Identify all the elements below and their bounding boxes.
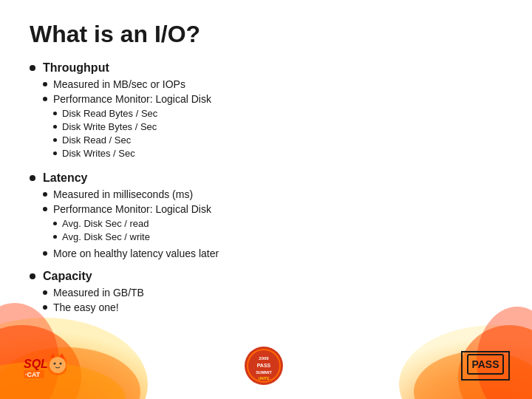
- section-capacity: Capacity Measured in GB/TB The easy one!: [30, 270, 502, 316]
- sub-dot: [43, 192, 47, 197]
- latency-sub-item-1: Performance Monitor: Logical Disk Avg. D…: [43, 203, 502, 245]
- throughput-sub-list: Measured in MB/sec or IOPs Performance M…: [43, 78, 502, 161]
- latency-content: Latency Measured in milliseconds (ms) Pe…: [43, 171, 502, 262]
- svg-text:SUMMIT: SUMMIT: [256, 370, 272, 375]
- bullet-dot-latency: [30, 175, 35, 181]
- latency-sub-text-1: Performance Monitor: Logical Disk: [53, 203, 211, 215]
- svg-text:UNITE: UNITE: [259, 376, 270, 381]
- sqlcat-logo-svg: SQL ·CAT: [22, 352, 66, 380]
- throughput-child-3: Disk Writes / Sec: [53, 148, 211, 159]
- sqlcat-logo: SQL ·CAT: [22, 352, 66, 380]
- sub-dot: [43, 305, 47, 310]
- throughput-child-1: Disk Write Bytes / Sec: [53, 121, 211, 132]
- main-list: Throughput Measured in MB/sec or IOPs Pe…: [30, 61, 502, 316]
- capacity-sub-list: Measured in GB/TB The easy one!: [43, 287, 502, 313]
- latency-sub-item-2: More on healthy latency values later: [43, 248, 502, 259]
- bullet-dot-throughput: [30, 65, 35, 71]
- bullet-dot-capacity: [30, 273, 35, 279]
- latency-sub-content-1: Performance Monitor: Logical Disk Avg. D…: [53, 203, 211, 245]
- sub-sub-dot: [53, 138, 57, 142]
- sub-sub-dot: [53, 125, 57, 129]
- sub-sub-dot: [53, 222, 57, 225]
- section-throughput: Throughput Measured in MB/sec or IOPs Pe…: [30, 61, 502, 164]
- throughput-content: Throughput Measured in MB/sec or IOPs Pe…: [43, 61, 502, 164]
- throughput-sub-item-0: Measured in MB/sec or IOPs: [43, 78, 502, 90]
- bottom-logos-bar: SQL ·CAT 2009 PASS: [0, 345, 532, 386]
- slide-content: What is an I/O? Throughput Measured in M…: [0, 0, 532, 338]
- capacity-sub-text-0: Measured in GB/TB: [53, 287, 144, 299]
- svg-point-17: [60, 362, 62, 364]
- capacity-heading: Capacity: [43, 270, 92, 282]
- latency-sub-sub-list: Avg. Disk Sec / read Avg. Disk Sec / wri…: [53, 218, 211, 242]
- svg-text:2009: 2009: [259, 356, 269, 361]
- pass-summit-logo: 2009 PASS SUMMIT UNITE: [231, 345, 297, 386]
- latency-sub-list: Measured in milliseconds (ms) Performanc…: [43, 188, 502, 259]
- svg-text:PASS: PASS: [257, 363, 271, 368]
- sub-dot: [43, 290, 47, 295]
- throughput-child-text-1: Disk Write Bytes / Sec: [62, 121, 157, 132]
- throughput-child-0: Disk Read Bytes / Sec: [53, 108, 211, 119]
- throughput-child-text-0: Disk Read Bytes / Sec: [62, 108, 157, 119]
- capacity-content: Capacity Measured in GB/TB The easy one!: [43, 270, 502, 316]
- throughput-sub-text-1: Performance Monitor: Logical Disk: [53, 93, 211, 105]
- sub-dot: [43, 82, 47, 86]
- throughput-heading: Throughput: [43, 61, 109, 74]
- latency-sub-item-0: Measured in milliseconds (ms): [43, 188, 502, 200]
- svg-text:·CAT: ·CAT: [25, 371, 41, 378]
- latency-child-0: Avg. Disk Sec / read: [53, 218, 211, 229]
- svg-point-15: [50, 357, 66, 373]
- throughput-child-2: Disk Read / Sec: [53, 134, 211, 146]
- throughput-sub-sub-list: Disk Read Bytes / Sec Disk Write Bytes /…: [53, 108, 211, 159]
- slide: What is an I/O? Throughput Measured in M…: [0, 0, 532, 399]
- svg-text:SQL: SQL: [24, 358, 48, 370]
- pass-summit-svg: 2009 PASS SUMMIT UNITE: [231, 345, 297, 386]
- svg-point-16: [54, 362, 56, 364]
- throughput-sub-text-0: Measured in MB/sec or IOPs: [53, 78, 185, 90]
- throughput-child-text-2: Disk Read / Sec: [62, 134, 131, 146]
- throughput-child-text-3: Disk Writes / Sec: [62, 148, 135, 159]
- capacity-sub-item-1: The easy one!: [43, 301, 502, 313]
- latency-child-text-1: Avg. Disk Sec / write: [62, 231, 150, 242]
- latency-child-1: Avg. Disk Sec / write: [53, 231, 211, 242]
- latency-heading: Latency: [43, 171, 87, 184]
- latency-sub-text-2: More on healthy latency values later: [53, 248, 219, 259]
- section-latency: Latency Measured in milliseconds (ms) Pe…: [30, 171, 502, 262]
- throughput-sub-content-1: Performance Monitor: Logical Disk Disk R…: [53, 93, 211, 161]
- throughput-sub-item-1: Performance Monitor: Logical Disk Disk R…: [43, 93, 502, 161]
- capacity-sub-text-1: The easy one!: [53, 301, 119, 313]
- capacity-sub-item-0: Measured in GB/TB: [43, 287, 502, 299]
- sub-dot: [43, 97, 47, 101]
- sub-sub-dot: [53, 112, 57, 115]
- sub-dot: [43, 251, 47, 256]
- latency-child-text-0: Avg. Disk Sec / read: [62, 218, 149, 229]
- latency-sub-text-0: Measured in milliseconds (ms): [53, 188, 193, 200]
- sub-sub-dot: [53, 235, 57, 239]
- sub-sub-dot: [53, 151, 57, 155]
- pass-right-svg: PASS: [467, 354, 504, 375]
- sub-dot: [43, 207, 47, 211]
- slide-title: What is an I/O?: [30, 21, 502, 48]
- pass-right-logo: PASS: [461, 351, 510, 381]
- svg-text:PASS: PASS: [471, 358, 499, 370]
